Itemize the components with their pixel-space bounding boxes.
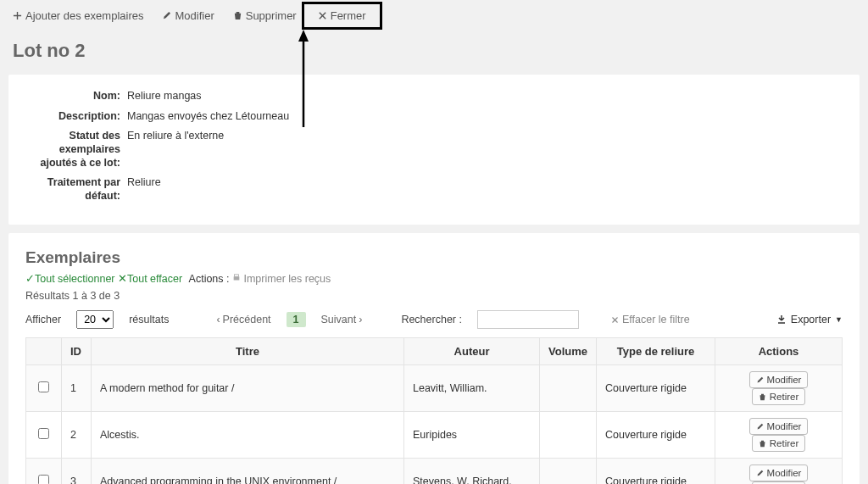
next-page-button[interactable]: Suivant ›	[321, 314, 363, 325]
search-input[interactable]	[477, 310, 579, 329]
treatment-label: Traitement par défaut:	[25, 176, 127, 203]
items-card: Exemplaires ✓Tout sélectionner ✕Tout eff…	[8, 233, 860, 484]
col-id[interactable]: ID	[62, 338, 92, 365]
cell-author: Leavitt, William.	[404, 365, 540, 412]
clear-filter-button[interactable]: Effacer le filtre	[611, 314, 690, 325]
pencil-icon	[756, 423, 764, 431]
row-checkbox[interactable]	[38, 428, 49, 439]
page-size-select[interactable]: 20	[76, 310, 114, 329]
chevron-down-icon: ▼	[835, 315, 843, 324]
col-volume[interactable]: Volume	[540, 338, 597, 365]
row-edit-button[interactable]: Modifier	[749, 418, 809, 435]
close-icon	[611, 316, 619, 324]
svg-rect-2	[234, 277, 240, 281]
search-label: Rechercher :	[401, 314, 462, 325]
cell-id: 3	[62, 459, 92, 484]
top-toolbar: Ajouter des exemplaires Modifier Supprim…	[0, 0, 868, 31]
show-label: Afficher	[25, 314, 61, 325]
treatment-value: Reliure	[127, 176, 161, 188]
row-remove-button[interactable]: Retirer	[752, 435, 806, 452]
cell-volume	[540, 365, 597, 412]
pencil-icon	[162, 11, 171, 20]
items-table: ID Titre Auteur Volume Type de reliure A…	[25, 337, 843, 484]
page-title: Lot no 2	[0, 31, 868, 75]
row-edit-button[interactable]: Modifier	[749, 371, 809, 388]
cell-volume	[540, 459, 597, 484]
export-button[interactable]: Exporter ▼	[776, 314, 843, 325]
description-label: Description:	[25, 110, 127, 124]
cell-id: 1	[62, 365, 92, 412]
row-edit-button[interactable]: Modifier	[749, 465, 809, 481]
col-checkbox	[26, 338, 62, 365]
table-row: 3Advanced programming in the UNIX enviro…	[26, 459, 843, 484]
cell-binding: Couverture rigide	[597, 412, 715, 459]
cell-binding: Couverture rigide	[597, 365, 715, 412]
cell-id: 2	[62, 412, 92, 459]
results-count-top: Résultats 1 à 3 de 3	[25, 290, 843, 302]
col-binding[interactable]: Type de reliure	[597, 338, 715, 365]
cell-author: Stevens, W. Richard.	[404, 459, 540, 484]
name-value: Reliure mangas	[127, 90, 202, 102]
current-page: 1	[287, 312, 306, 327]
select-all-link[interactable]: ✓Tout sélectionner	[25, 273, 115, 285]
trash-icon	[759, 393, 766, 401]
cell-author: Euripides	[404, 412, 540, 459]
printer-icon	[232, 274, 241, 282]
close-icon	[318, 11, 327, 20]
col-author[interactable]: Auteur	[404, 338, 540, 365]
delete-label: Supprimer	[246, 9, 297, 22]
actions-label: Actions :	[189, 273, 230, 285]
clear-all-link[interactable]: ✕Tout effacer	[118, 273, 182, 285]
status-label: Statut des exemplaires ajoutés à ce lot:	[25, 130, 127, 170]
table-controls: Afficher 20 résultats ‹ Précédent 1 Suiv…	[25, 310, 843, 329]
description-value: Mangas envoyés chez Létourneau	[127, 110, 289, 122]
table-row: 1A modern method for guitar /Leavitt, Wi…	[26, 365, 843, 412]
pencil-icon	[756, 470, 764, 477]
print-receipts-link[interactable]: Imprimer les reçus	[232, 273, 331, 285]
items-title: Exemplaires	[25, 248, 843, 267]
results-label: résultats	[129, 314, 169, 325]
close-label: Fermer	[331, 9, 366, 22]
col-title[interactable]: Titre	[92, 338, 404, 365]
status-value: En reliure à l'externe	[127, 130, 224, 142]
download-icon	[776, 314, 787, 325]
trash-icon	[759, 440, 766, 448]
name-label: Nom:	[25, 90, 127, 103]
cell-binding: Couverture rigide	[597, 459, 715, 484]
table-row: 2Alcestis.EuripidesCouverture rigideModi…	[26, 412, 843, 459]
svg-rect-3	[235, 275, 239, 277]
cell-title: Advanced programming in the UNIX environ…	[92, 459, 404, 484]
delete-button[interactable]: Supprimer	[233, 9, 297, 22]
prev-page-button[interactable]: ‹ Précédent	[216, 314, 270, 325]
edit-button[interactable]: Modifier	[162, 9, 214, 22]
cell-title: Alcestis.	[92, 412, 404, 459]
row-checkbox[interactable]	[38, 475, 49, 484]
cell-title: A modern method for guitar /	[92, 365, 404, 412]
plus-icon	[13, 11, 22, 20]
add-copies-button[interactable]: Ajouter des exemplaires	[13, 9, 143, 22]
cell-volume	[540, 412, 597, 459]
close-button[interactable]: Fermer	[302, 2, 382, 30]
trash-icon	[233, 11, 242, 20]
row-checkbox[interactable]	[38, 381, 49, 392]
items-subactions: ✓Tout sélectionner ✕Tout effacer Actions…	[25, 272, 843, 285]
col-actions: Actions	[715, 338, 843, 365]
edit-label: Modifier	[175, 9, 214, 22]
row-remove-button[interactable]: Retirer	[752, 388, 806, 405]
add-copies-label: Ajouter des exemplaires	[25, 9, 143, 22]
details-card: Nom: Reliure mangas Description: Mangas …	[8, 75, 860, 225]
pencil-icon	[756, 376, 764, 384]
